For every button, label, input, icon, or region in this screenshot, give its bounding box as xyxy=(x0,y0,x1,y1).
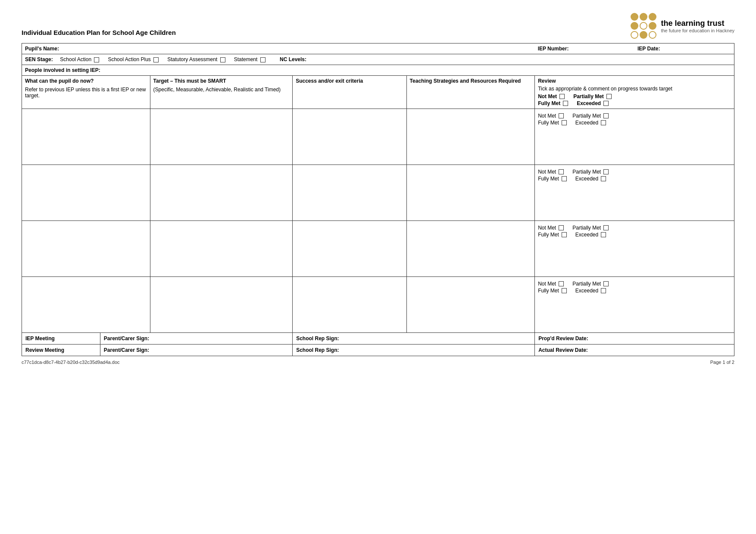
review-row-1: Not Met Partially Met xyxy=(538,93,731,99)
school-action-plus-checkbox[interactable] xyxy=(153,57,159,62)
col3-header: Success and/or exit criteria xyxy=(296,78,363,84)
nc-levels-label: NC Levels: xyxy=(280,56,306,62)
content-cell-3-1 xyxy=(22,221,150,277)
logo-sub-text: the future for education in Hackney xyxy=(661,28,734,33)
content-cell-2-1 xyxy=(22,165,150,221)
exceeded-label-3: Exceeded xyxy=(575,232,598,238)
content-row-4: Not Met Partially Met Fully Met Exceeded xyxy=(22,277,734,333)
exceeded-cb-1[interactable] xyxy=(601,120,606,125)
partially-met-cb-3[interactable] xyxy=(603,225,609,230)
logo-circle xyxy=(631,31,638,39)
col1-sub: Refer to previous IEP unless this is a f… xyxy=(25,87,147,99)
col5-header: Review xyxy=(538,78,731,84)
partially-met-checkbox[interactable] xyxy=(606,94,612,99)
review-options-4: Not Met Partially Met Fully Met Exceeded xyxy=(538,281,731,294)
fully-met-checkbox[interactable] xyxy=(563,101,568,106)
review-row-2b: Fully Met Exceeded xyxy=(538,176,731,182)
content-cell-2-4 xyxy=(406,165,535,221)
not-met-1: Not Met xyxy=(538,113,564,119)
fully-met-1: Fully Met xyxy=(538,120,567,126)
review-row-4b: Fully Met Exceeded xyxy=(538,288,731,294)
content-cell-3-5: Not Met Partially Met Fully Met Exceeded xyxy=(535,221,734,277)
logo-main-text: the learning trust xyxy=(661,19,734,28)
content-cell-4-1 xyxy=(22,277,150,333)
pupil-row: Pupil's Name: IEP Number: IEP Date: xyxy=(22,43,734,54)
content-cell-4-2 xyxy=(150,277,293,333)
not-met-cb-3[interactable] xyxy=(559,225,564,230)
exceeded-label-2: Exceeded xyxy=(575,176,598,182)
content-cell-3-2 xyxy=(150,221,293,277)
fully-met-label-3: Fully Met xyxy=(538,232,559,238)
school-action-checkbox[interactable] xyxy=(94,57,99,62)
logo-circle xyxy=(649,31,656,39)
content-cell-4-4 xyxy=(406,277,535,333)
page-footer: c77c1dca-d8c7-4b27-b20d-c32c35d9ad4a.doc… xyxy=(22,360,734,365)
people-row: People involved in setting IEP: xyxy=(22,65,734,76)
content-cell-4-3 xyxy=(293,277,406,333)
logo-circle xyxy=(640,31,647,39)
content-cell-4-5: Not Met Partially Met Fully Met Exceeded xyxy=(535,277,734,333)
statement-checkbox[interactable] xyxy=(260,57,266,62)
statement-label: Statement xyxy=(234,56,258,62)
not-met-3: Not Met xyxy=(538,225,564,231)
content-row-2: Not Met Partially Met Fully Met Exceeded xyxy=(22,165,734,221)
exceeded-cb-3[interactable] xyxy=(601,232,606,237)
fully-met-cb-2[interactable] xyxy=(562,176,567,181)
col5-sub: Tick as appropriate & comment on progres… xyxy=(538,86,731,92)
review-row-3b: Fully Met Exceeded xyxy=(538,232,731,238)
fully-met-label-2: Fully Met xyxy=(538,176,559,182)
doc-id: c77c1dca-d8c7-4b27-b20d-c32c35d9ad4a.doc xyxy=(22,360,120,365)
logo-circle xyxy=(640,22,647,30)
review-row-4a: Not Met Partially Met xyxy=(538,281,731,287)
fully-met-cb-4[interactable] xyxy=(562,288,567,293)
not-met-label-3: Not Met xyxy=(538,225,556,231)
fully-met-label-1: Fully Met xyxy=(538,120,559,126)
content-cell-1-5: Not Met Partially Met Fully Met Exceeded xyxy=(535,109,734,165)
col-headers-row: What can the pupil do now? Refer to prev… xyxy=(22,76,734,109)
content-cell-1-3 xyxy=(293,109,406,165)
fully-met-2: Fully Met xyxy=(538,176,567,182)
not-met-cb-1[interactable] xyxy=(559,113,564,118)
exceeded-3: Exceeded xyxy=(575,232,606,238)
partially-met-1: Partially Met xyxy=(572,113,609,119)
fully-met-cb-1[interactable] xyxy=(562,120,567,125)
partially-met-label-1: Partially Met xyxy=(572,113,601,119)
partially-met-cb-2[interactable] xyxy=(603,169,609,174)
statutory-checkbox[interactable] xyxy=(220,57,225,62)
proposed-review-label: Prop'd Review Date: xyxy=(538,335,588,342)
school-rep-sign-label-1: School Rep Sign: xyxy=(296,335,339,342)
pupil-name-label: Pupil's Name: xyxy=(25,46,59,52)
page-number: Page 1 of 2 xyxy=(710,360,734,365)
fully-met-cb-3[interactable] xyxy=(562,232,567,237)
not-met-cb-2[interactable] xyxy=(559,169,564,174)
logo-circle xyxy=(649,13,656,21)
not-met-4: Not Met xyxy=(538,281,564,287)
partially-met-cb-4[interactable] xyxy=(603,281,609,286)
review-row-2: Fully Met Exceeded xyxy=(538,100,731,106)
partially-met-cb-1[interactable] xyxy=(603,113,609,118)
exceeded-label: Exceeded xyxy=(577,100,601,106)
not-met-cb-4[interactable] xyxy=(559,281,564,286)
exceeded-4: Exceeded xyxy=(575,288,606,294)
not-met-checkbox[interactable] xyxy=(559,94,565,99)
school-rep-sign-label-2: School Rep Sign: xyxy=(296,347,339,353)
content-cell-1-2 xyxy=(150,109,293,165)
exceeded-cb-4[interactable] xyxy=(601,288,606,293)
content-cell-1-4 xyxy=(406,109,535,165)
sen-stage-row: SEN Stage: School Action School Action P… xyxy=(22,54,734,65)
content-row-3: Not Met Partially Met Fully Met Exceeded xyxy=(22,221,734,277)
logo-circle xyxy=(631,13,638,21)
partially-met-label-3: Partially Met xyxy=(572,225,601,231)
not-met-item: Not Met xyxy=(538,93,565,99)
logo: the learning trust the future for educat… xyxy=(631,13,734,39)
exceeded-cb-2[interactable] xyxy=(601,176,606,181)
exceeded-checkbox[interactable] xyxy=(603,101,609,106)
parent-carer-sign-label-2: Parent/Carer Sign: xyxy=(104,347,149,353)
partially-met-label: Partially Met xyxy=(573,93,604,99)
not-met-2: Not Met xyxy=(538,169,564,175)
review-meeting-row: Review Meeting Parent/Carer Sign: School… xyxy=(22,345,734,356)
review-row-1b: Fully Met Exceeded xyxy=(538,120,731,126)
fully-met-label: Fully Met xyxy=(538,100,560,106)
actual-review-label: Actual Review Date: xyxy=(538,347,588,353)
not-met-label-2: Not Met xyxy=(538,169,556,175)
